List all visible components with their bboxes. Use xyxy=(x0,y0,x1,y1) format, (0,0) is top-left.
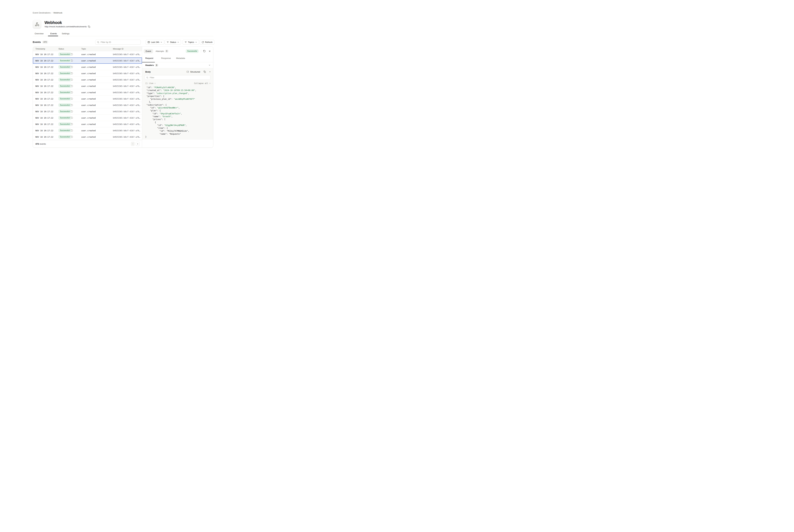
retry-icon xyxy=(71,85,73,87)
retry-event-button[interactable] xyxy=(71,116,73,119)
retry-event-button[interactable] xyxy=(71,110,73,113)
retry-event-button[interactable] xyxy=(71,136,73,138)
topic-cell: user.created xyxy=(81,85,96,87)
json-line: "previous_plan_id": "aezmBVpPksWVY6FT" xyxy=(145,98,212,100)
json-line: "id": "P2NoRtyZoTc46X3B", xyxy=(145,86,212,89)
collapse-body-button[interactable] xyxy=(209,71,211,73)
json-line: "created_at": "2024-10-10T09:15:50+00:00… xyxy=(145,89,212,92)
json-line: "id": "gSjvn6eQTBewNWcr", xyxy=(145,107,212,109)
table-row[interactable]: NOV 18 10:17:22 Successful user.created … xyxy=(33,108,142,115)
table-row[interactable]: NOV 18 10:17:22 Successful user.created … xyxy=(33,77,142,83)
collapse-all-button[interactable]: Collapse all ↑ xyxy=(194,82,211,84)
page: Event Destinations / Webhook Webhook htt… xyxy=(0,0,246,159)
retry-event-button[interactable] xyxy=(71,85,73,87)
tab-events[interactable]: Events xyxy=(50,32,57,35)
retry-event-button[interactable] xyxy=(71,66,73,68)
table-row[interactable]: NOV 18 10:17:22 Successful user.created … xyxy=(33,64,142,70)
refresh-button[interactable]: Refresh xyxy=(200,40,214,44)
headers-section[interactable]: Headers 3 xyxy=(142,62,213,68)
copy-icon xyxy=(88,25,90,28)
status-badge: Successful xyxy=(58,91,71,94)
copy-url-button[interactable] xyxy=(88,25,90,28)
retry-event-button[interactable] xyxy=(71,129,73,132)
topic-cell: user.created xyxy=(81,72,96,74)
json-line: "name": "Requests" xyxy=(145,133,212,135)
events-table: Timestamp Status Topic Message ID NOV 18… xyxy=(33,47,142,148)
tab-metadata[interactable]: Metadata xyxy=(176,57,185,59)
tab-request[interactable]: Request xyxy=(145,57,153,59)
webhook-icon-card xyxy=(33,20,41,28)
breadcrumb-webhook[interactable]: Webhook xyxy=(53,12,62,14)
status-filter-dropdown[interactable]: Status xyxy=(165,40,181,44)
retry-event-button[interactable] xyxy=(71,123,73,125)
status-badge: Successful xyxy=(58,122,71,126)
refresh-label: Refresh xyxy=(205,41,212,43)
time-range-dropdown[interactable]: Last 24h xyxy=(146,40,164,44)
time-range-label: Last 24h xyxy=(151,41,159,43)
attempts-tab[interactable]: Attempts 3 xyxy=(156,50,168,53)
retry-event-button[interactable] xyxy=(203,50,206,52)
body-filter-input-wrap[interactable] xyxy=(145,75,210,80)
braces-icon: {} xyxy=(186,71,189,73)
message-id-cell: b4925365-b8cf-42b7-a76… xyxy=(113,72,140,74)
previous-page-button[interactable] xyxy=(131,142,135,146)
table-row[interactable]: NOV 18 10:17:22 Successful user.created … xyxy=(33,115,142,121)
table-row[interactable]: NOV 18 10:17:22 Successful user.created … xyxy=(33,127,142,134)
json-line: { xyxy=(145,121,212,124)
json-line: "id": "5HycQYuqK3eF5a2v", xyxy=(145,112,212,115)
tab-overview[interactable]: Overview xyxy=(35,32,43,35)
tabs-divider xyxy=(33,36,213,36)
tab-settings[interactable]: Settings xyxy=(62,32,70,35)
next-page-button[interactable] xyxy=(136,142,139,146)
retry-event-button[interactable] xyxy=(71,72,73,74)
retry-icon xyxy=(71,136,73,138)
timestamp-cell: NOV 18 10:17:22 xyxy=(35,104,53,106)
topic-cell: user.created xyxy=(81,97,96,100)
retry-event-button[interactable] xyxy=(71,104,73,106)
event-tab[interactable]: Event xyxy=(144,49,153,53)
chevron-up-icon xyxy=(209,71,211,73)
timestamp-cell: NOV 18 10:17:22 xyxy=(35,136,53,138)
structured-view-toggle[interactable]: {} Structured xyxy=(186,71,200,73)
table-row[interactable]: NOV 18 10:17:22 Successful user.created … xyxy=(33,51,142,57)
page-title: Webhook xyxy=(44,20,62,25)
copy-body-button[interactable] xyxy=(204,71,206,73)
body-filter-input[interactable] xyxy=(149,76,209,79)
tab-response[interactable]: Response xyxy=(161,57,171,59)
timestamp-cell: NOV 18 10:17:22 xyxy=(35,66,53,68)
topics-filter-dropdown[interactable]: Topics xyxy=(183,40,199,44)
chevron-down-icon xyxy=(195,41,197,43)
json-line: "type": "subscription.plan_changed", xyxy=(145,92,212,95)
table-row[interactable]: NOV 18 10:17:22 Successful user.created … xyxy=(33,102,142,108)
table-row[interactable]: NOV 18 10:17:22 Successful user.created … xyxy=(33,83,142,89)
retry-icon xyxy=(71,116,73,119)
json-line: "id": "MJ2oy747MNQXELAo", xyxy=(145,130,212,132)
status-badge: Successful xyxy=(58,78,71,81)
table-row[interactable]: NOV 18 10:17:22 Successful user.created … xyxy=(33,134,142,140)
retry-event-button[interactable] xyxy=(71,78,73,81)
table-row[interactable]: NOV 18 10:17:22 Successful user.created … xyxy=(33,96,142,102)
retry-event-button[interactable] xyxy=(71,53,73,55)
close-panel-button[interactable] xyxy=(208,50,211,52)
events-heading: Events xyxy=(33,41,41,43)
search-input[interactable] xyxy=(100,41,139,43)
table-row[interactable]: NOV 18 10:17:22 Successful user.created … xyxy=(33,70,142,77)
filter-by-id-search[interactable] xyxy=(95,40,141,44)
table-row[interactable]: NOV 18 10:17:22 Successful user.created … xyxy=(33,89,142,96)
topic-cell: user.created xyxy=(81,123,96,125)
breadcrumb-event-destinations[interactable]: Event Destinations xyxy=(33,12,51,14)
events-total: 472events xyxy=(35,143,46,145)
retry-icon xyxy=(71,72,73,74)
json-line: "subscription": { xyxy=(145,103,212,107)
column-message-id: Message ID xyxy=(113,48,124,50)
retry-event-button[interactable] xyxy=(71,97,73,100)
retry-event-button[interactable] xyxy=(71,91,73,94)
message-id-cell: b4925365-b8cf-42b7-a76… xyxy=(113,53,140,55)
table-row[interactable]: NOV 18 10:17:22 Successful user.created … xyxy=(33,121,142,127)
retry-event-button[interactable] xyxy=(71,59,73,62)
search-icon xyxy=(146,77,148,79)
json-line: "properties": { xyxy=(145,95,212,98)
table-row[interactable]: NOV 18 10:17:22 Successful user.created … xyxy=(33,57,142,64)
retry-icon xyxy=(71,59,73,62)
message-id-cell: b4925365-b8cf-42b7-a76… xyxy=(113,85,140,87)
